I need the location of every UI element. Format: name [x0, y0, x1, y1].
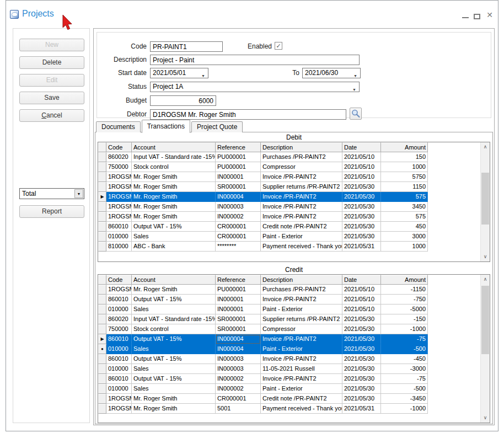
row-selector[interactable] — [98, 152, 106, 162]
row-selector[interactable] — [98, 374, 106, 384]
grid-cell[interactable]: Sales — [132, 305, 216, 314]
tab-project-quote[interactable]: Project Quote — [191, 121, 243, 132]
grid-cell[interactable]: 2021/05/10 — [342, 172, 381, 182]
grid-cell[interactable]: 2021/05/30 — [342, 182, 381, 192]
grid-cell[interactable]: ******** — [216, 242, 261, 252]
grid-cell[interactable]: 860020 — [106, 152, 132, 162]
grid-cell[interactable]: 1ROGSM — [106, 212, 132, 222]
grid-cell[interactable]: IN000002 — [216, 374, 261, 384]
table-row[interactable]: 1ROGSMMr. Roger SmithIN000002Invoice /PR… — [98, 212, 490, 222]
grid-cell[interactable]: Output VAT - 15% — [132, 295, 216, 305]
table-row[interactable]: 860010Output VAT - 15%IN000002Invoice /P… — [98, 374, 490, 384]
cancel-button[interactable]: Cancel — [19, 109, 84, 122]
grid-cell[interactable]: IN000003 — [216, 354, 261, 364]
grid-cell[interactable]: Compressor — [261, 324, 342, 334]
grid-cell[interactable]: Purchases /PR-PAINT2 — [261, 152, 342, 162]
grid-cell[interactable]: Sales — [132, 364, 216, 374]
grid-cell[interactable]: 3450 — [381, 202, 428, 212]
grid-cell[interactable]: IN000002 — [216, 384, 261, 394]
row-selector[interactable] — [98, 354, 106, 364]
grid-cell[interactable]: 010000 — [106, 384, 132, 394]
grid-cell[interactable]: 750000 — [106, 162, 132, 172]
grid-cell[interactable]: Credit note /PR-PAINT2 — [261, 394, 342, 404]
delete-button[interactable]: Delete — [19, 56, 84, 69]
grid-cell[interactable]: Invoice /PR-PAINT2 — [261, 334, 342, 344]
grid-cell[interactable]: 860020 — [106, 314, 132, 324]
grid-cell[interactable]: -1150 — [381, 285, 428, 295]
grid-cell[interactable]: 010000 — [106, 232, 132, 242]
grid-cell[interactable]: 860010 — [106, 295, 132, 305]
column-header-date[interactable]: Date — [342, 142, 381, 152]
table-row[interactable]: 1ROGSMMr. Roger SmithIN000003Invoice /PR… — [98, 202, 490, 212]
row-selector[interactable] — [98, 232, 106, 242]
grid-cell[interactable]: Supplier returns /PR-PAINT2 — [261, 182, 342, 192]
row-selector[interactable] — [98, 222, 106, 232]
grid-cell[interactable]: 2021/05/10 — [342, 285, 381, 295]
row-selector[interactable] — [98, 242, 106, 252]
grid-cell[interactable]: 860010 — [106, 354, 132, 364]
grid-cell[interactable]: -75 — [381, 374, 428, 384]
grid-cell[interactable]: 450 — [381, 222, 428, 232]
grid-cell[interactable]: -1000 — [381, 404, 428, 414]
row-selector[interactable] — [98, 295, 106, 305]
grid-cell[interactable]: 010000 — [106, 364, 132, 374]
grid-cell[interactable]: 2021/05/10 — [342, 162, 381, 172]
grid-cell[interactable]: IN000003 — [216, 202, 261, 212]
grid-cell[interactable]: Paint - Exterior — [261, 384, 342, 394]
grid-cell[interactable]: Invoice /PR-PAINT2 — [261, 202, 342, 212]
grid-cell[interactable]: 2021/05/30 — [342, 394, 381, 404]
description-input[interactable] — [150, 55, 360, 65]
grid-cell[interactable]: 750000 — [106, 324, 132, 334]
row-selector[interactable] — [98, 314, 106, 324]
table-row[interactable]: 010000SalesCR000001Paint - Exterior2021/… — [98, 232, 490, 242]
grid-cell[interactable]: 575 — [381, 212, 428, 222]
debit-vertical-scrollbar[interactable]: ∧ ∨ — [480, 142, 490, 261]
grid-cell[interactable]: Mr. Roger Smith — [132, 285, 216, 295]
grid-cell[interactable]: 1ROGSM — [106, 182, 132, 192]
grid-cell[interactable]: 010000 — [106, 344, 132, 354]
grid-cell[interactable]: -450 — [381, 354, 428, 364]
table-row[interactable]: 1ROGSMMr. Roger SmithSR000001Supplier re… — [98, 182, 490, 192]
row-selector[interactable] — [98, 182, 106, 192]
grid-cell[interactable]: Output VAT - 15% — [132, 374, 216, 384]
grid-cell[interactable]: IN000001 — [216, 295, 261, 305]
new-button[interactable]: New — [19, 39, 84, 51]
grid-cell[interactable]: 2021/05/30 — [342, 384, 381, 394]
grid-cell[interactable]: CR000001 — [216, 232, 261, 242]
column-header-amount[interactable]: Amount — [381, 275, 428, 285]
grid-cell[interactable]: Purchases /PR-PAINT2 — [261, 285, 342, 295]
debtor-input[interactable] — [150, 109, 346, 120]
start-date-picker[interactable]: 2021/05/01 ▼ — [150, 68, 208, 78]
grid-cell[interactable]: 2021/05/30 — [342, 212, 381, 222]
grid-cell[interactable]: -1000 — [381, 324, 428, 334]
grid-cell[interactable]: SR000001 — [216, 182, 261, 192]
grid-cell[interactable]: Mr. Roger Smith — [132, 212, 216, 222]
grid-cell[interactable]: Compressor — [261, 162, 342, 172]
scroll-down-icon[interactable]: ∨ — [481, 413, 490, 423]
row-selector[interactable] — [98, 212, 106, 222]
grid-cell[interactable]: 2021/05/31 — [342, 404, 381, 414]
grid-cell[interactable]: 2021/05/30 — [342, 192, 381, 202]
table-row[interactable]: 1ROGSMMr. Roger SmithIN000001Invoice /PR… — [98, 172, 490, 182]
save-button[interactable]: Save — [19, 92, 84, 104]
table-row[interactable]: 1ROGSMMr. Roger Smith5001Payment receive… — [98, 404, 490, 414]
row-selector[interactable] — [98, 202, 106, 212]
grid-cell[interactable]: Payment received - Thank you — [261, 404, 342, 414]
grid-cell[interactable]: 1ROGSM — [106, 285, 132, 295]
column-header-description[interactable]: Description — [261, 275, 342, 285]
budget-input[interactable] — [150, 95, 216, 106]
grid-cell[interactable]: -3450 — [381, 394, 428, 404]
grid-cell[interactable]: Mr. Roger Smith — [132, 404, 216, 414]
row-selector[interactable] — [98, 305, 106, 314]
grid-cell[interactable]: IN000004 — [216, 344, 261, 354]
grid-cell[interactable]: SR000001 — [216, 314, 261, 324]
column-header-code[interactable]: Code — [106, 275, 132, 285]
grid-cell[interactable]: 2021/05/30 — [342, 374, 381, 384]
grid-cell[interactable]: 2021/05/30 — [342, 324, 381, 334]
row-selector[interactable] — [98, 172, 106, 182]
grid-cell[interactable]: Invoice /PR-PAINT2 — [261, 192, 342, 202]
grid-cell[interactable]: Payment received - Thank you — [261, 242, 342, 252]
grid-cell[interactable]: 5001 — [216, 404, 261, 414]
grid-cell[interactable]: Mr. Roger Smith — [132, 394, 216, 404]
grid-cell[interactable]: Supplier returns /PR-PAINT2 — [261, 314, 342, 324]
